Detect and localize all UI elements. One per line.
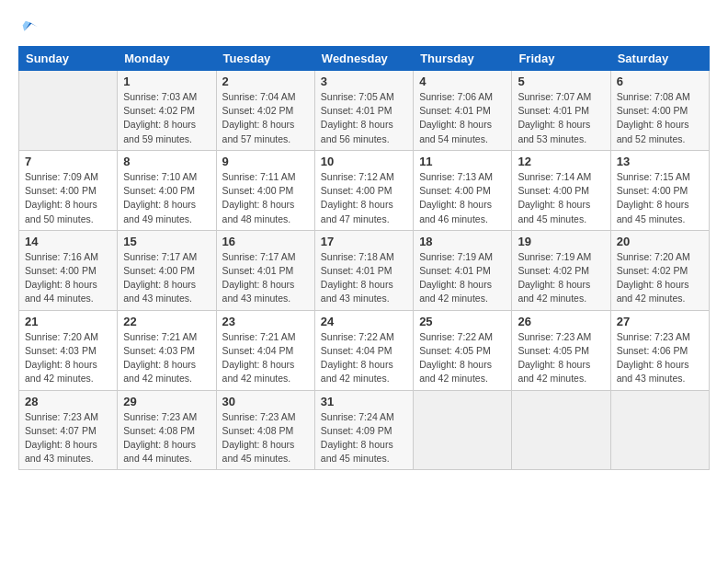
calendar-cell: 5Sunrise: 7:07 AM Sunset: 4:01 PM Daylig… xyxy=(512,71,610,151)
day-info: Sunrise: 7:12 AM Sunset: 4:00 PM Dayligh… xyxy=(321,170,407,226)
day-info: Sunrise: 7:13 AM Sunset: 4:00 PM Dayligh… xyxy=(419,170,506,226)
day-number: 21 xyxy=(25,315,111,328)
day-info: Sunrise: 7:23 AM Sunset: 4:05 PM Dayligh… xyxy=(518,330,604,386)
calendar-cell: 24Sunrise: 7:22 AM Sunset: 4:04 PM Dayli… xyxy=(314,310,413,390)
day-info: Sunrise: 7:22 AM Sunset: 4:04 PM Dayligh… xyxy=(321,330,407,386)
calendar-header-wednesday: Wednesday xyxy=(314,47,413,71)
day-number: 7 xyxy=(25,155,111,168)
calendar-table: SundayMondayTuesdayWednesdayThursdayFrid… xyxy=(18,46,710,470)
day-number: 13 xyxy=(617,155,703,168)
calendar-cell: 10Sunrise: 7:12 AM Sunset: 4:00 PM Dayli… xyxy=(314,150,413,230)
day-info: Sunrise: 7:18 AM Sunset: 4:01 PM Dayligh… xyxy=(321,250,407,306)
day-info: Sunrise: 7:09 AM Sunset: 4:00 PM Dayligh… xyxy=(25,170,111,226)
day-number: 16 xyxy=(222,235,309,248)
calendar-week-row: 28Sunrise: 7:23 AM Sunset: 4:07 PM Dayli… xyxy=(19,390,710,470)
day-info: Sunrise: 7:15 AM Sunset: 4:00 PM Dayligh… xyxy=(617,170,703,226)
calendar-cell: 16Sunrise: 7:17 AM Sunset: 4:01 PM Dayli… xyxy=(216,230,314,310)
calendar-cell xyxy=(414,390,512,470)
calendar-header-tuesday: Tuesday xyxy=(216,47,314,71)
day-number: 8 xyxy=(123,155,210,168)
calendar-header-saturday: Saturday xyxy=(610,47,709,71)
day-info: Sunrise: 7:20 AM Sunset: 4:03 PM Dayligh… xyxy=(25,330,111,386)
day-number: 24 xyxy=(321,315,407,328)
calendar-cell: 11Sunrise: 7:13 AM Sunset: 4:00 PM Dayli… xyxy=(414,150,512,230)
day-info: Sunrise: 7:21 AM Sunset: 4:04 PM Dayligh… xyxy=(222,330,309,386)
day-info: Sunrise: 7:24 AM Sunset: 4:09 PM Dayligh… xyxy=(321,410,407,466)
day-number: 14 xyxy=(25,235,111,248)
day-info: Sunrise: 7:14 AM Sunset: 4:00 PM Dayligh… xyxy=(518,170,604,226)
calendar-week-row: 1Sunrise: 7:03 AM Sunset: 4:02 PM Daylig… xyxy=(19,71,710,151)
day-number: 26 xyxy=(518,315,604,328)
day-number: 23 xyxy=(222,315,309,328)
calendar-cell: 22Sunrise: 7:21 AM Sunset: 4:03 PM Dayli… xyxy=(118,310,216,390)
calendar-cell: 13Sunrise: 7:15 AM Sunset: 4:00 PM Dayli… xyxy=(610,150,709,230)
logo-bird-icon xyxy=(18,17,39,37)
calendar-week-row: 7Sunrise: 7:09 AM Sunset: 4:00 PM Daylig… xyxy=(19,150,710,230)
day-number: 28 xyxy=(25,395,111,408)
day-info: Sunrise: 7:03 AM Sunset: 4:02 PM Dayligh… xyxy=(123,90,210,146)
calendar-cell: 27Sunrise: 7:23 AM Sunset: 4:06 PM Dayli… xyxy=(610,310,709,390)
calendar-cell: 20Sunrise: 7:20 AM Sunset: 4:02 PM Dayli… xyxy=(610,230,709,310)
calendar-cell: 25Sunrise: 7:22 AM Sunset: 4:05 PM Dayli… xyxy=(414,310,512,390)
calendar-cell: 28Sunrise: 7:23 AM Sunset: 4:07 PM Dayli… xyxy=(19,390,118,470)
day-number: 1 xyxy=(123,75,210,88)
day-info: Sunrise: 7:07 AM Sunset: 4:01 PM Dayligh… xyxy=(518,90,604,146)
calendar-header-friday: Friday xyxy=(512,47,610,71)
day-info: Sunrise: 7:04 AM Sunset: 4:02 PM Dayligh… xyxy=(222,90,309,146)
calendar-cell xyxy=(512,390,610,470)
day-number: 31 xyxy=(321,395,407,408)
day-info: Sunrise: 7:06 AM Sunset: 4:01 PM Dayligh… xyxy=(419,90,506,146)
day-number: 6 xyxy=(617,75,703,88)
day-number: 10 xyxy=(321,155,407,168)
day-info: Sunrise: 7:22 AM Sunset: 4:05 PM Dayligh… xyxy=(419,330,506,386)
day-info: Sunrise: 7:23 AM Sunset: 4:06 PM Dayligh… xyxy=(617,330,703,386)
day-number: 15 xyxy=(123,235,210,248)
day-number: 17 xyxy=(321,235,407,248)
day-number: 27 xyxy=(617,315,703,328)
calendar-cell: 2Sunrise: 7:04 AM Sunset: 4:02 PM Daylig… xyxy=(216,71,314,151)
day-number: 19 xyxy=(518,235,604,248)
day-info: Sunrise: 7:23 AM Sunset: 4:08 PM Dayligh… xyxy=(123,410,210,466)
calendar-cell: 29Sunrise: 7:23 AM Sunset: 4:08 PM Dayli… xyxy=(118,390,216,470)
day-info: Sunrise: 7:23 AM Sunset: 4:07 PM Dayligh… xyxy=(25,410,111,466)
calendar-header-row: SundayMondayTuesdayWednesdayThursdayFrid… xyxy=(19,47,710,71)
day-number: 2 xyxy=(222,75,309,88)
calendar-cell: 7Sunrise: 7:09 AM Sunset: 4:00 PM Daylig… xyxy=(19,150,118,230)
calendar-cell: 1Sunrise: 7:03 AM Sunset: 4:02 PM Daylig… xyxy=(118,71,216,151)
calendar-week-row: 14Sunrise: 7:16 AM Sunset: 4:00 PM Dayli… xyxy=(19,230,710,310)
calendar-header-monday: Monday xyxy=(118,47,216,71)
day-number: 30 xyxy=(222,395,309,408)
day-number: 18 xyxy=(419,235,506,248)
day-number: 22 xyxy=(123,315,210,328)
calendar-cell: 17Sunrise: 7:18 AM Sunset: 4:01 PM Dayli… xyxy=(314,230,413,310)
calendar-header-sunday: Sunday xyxy=(19,47,118,71)
calendar-cell: 14Sunrise: 7:16 AM Sunset: 4:00 PM Dayli… xyxy=(19,230,118,310)
logo xyxy=(18,17,40,37)
calendar-cell: 26Sunrise: 7:23 AM Sunset: 4:05 PM Dayli… xyxy=(512,310,610,390)
day-number: 4 xyxy=(419,75,506,88)
calendar-cell: 8Sunrise: 7:10 AM Sunset: 4:00 PM Daylig… xyxy=(118,150,216,230)
calendar-cell: 9Sunrise: 7:11 AM Sunset: 4:00 PM Daylig… xyxy=(216,150,314,230)
calendar-cell: 4Sunrise: 7:06 AM Sunset: 4:01 PM Daylig… xyxy=(414,71,512,151)
calendar-header-thursday: Thursday xyxy=(414,47,512,71)
calendar-cell xyxy=(610,390,709,470)
day-info: Sunrise: 7:20 AM Sunset: 4:02 PM Dayligh… xyxy=(617,250,703,306)
calendar-cell: 6Sunrise: 7:08 AM Sunset: 4:00 PM Daylig… xyxy=(610,71,709,151)
day-info: Sunrise: 7:16 AM Sunset: 4:00 PM Dayligh… xyxy=(25,250,111,306)
calendar-cell xyxy=(19,71,118,151)
day-number: 25 xyxy=(419,315,506,328)
day-info: Sunrise: 7:17 AM Sunset: 4:00 PM Dayligh… xyxy=(123,250,210,306)
day-number: 12 xyxy=(518,155,604,168)
day-info: Sunrise: 7:05 AM Sunset: 4:01 PM Dayligh… xyxy=(321,90,407,146)
day-info: Sunrise: 7:11 AM Sunset: 4:00 PM Dayligh… xyxy=(222,170,309,226)
day-number: 5 xyxy=(518,75,604,88)
day-info: Sunrise: 7:10 AM Sunset: 4:00 PM Dayligh… xyxy=(123,170,210,226)
day-number: 3 xyxy=(321,75,407,88)
day-info: Sunrise: 7:19 AM Sunset: 4:01 PM Dayligh… xyxy=(419,250,506,306)
day-info: Sunrise: 7:21 AM Sunset: 4:03 PM Dayligh… xyxy=(123,330,210,386)
day-info: Sunrise: 7:23 AM Sunset: 4:08 PM Dayligh… xyxy=(222,410,309,466)
calendar-cell: 15Sunrise: 7:17 AM Sunset: 4:00 PM Dayli… xyxy=(118,230,216,310)
calendar-week-row: 21Sunrise: 7:20 AM Sunset: 4:03 PM Dayli… xyxy=(19,310,710,390)
calendar-cell: 30Sunrise: 7:23 AM Sunset: 4:08 PM Dayli… xyxy=(216,390,314,470)
day-info: Sunrise: 7:17 AM Sunset: 4:01 PM Dayligh… xyxy=(222,250,309,306)
